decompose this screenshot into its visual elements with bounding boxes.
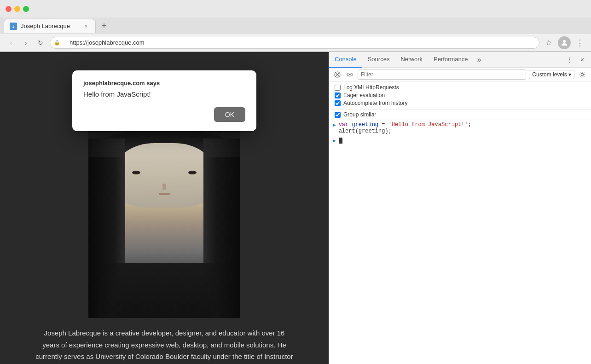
title-bar xyxy=(0,0,591,17)
devtools-more-tabs-button[interactable]: » xyxy=(474,52,485,68)
console-code-line2: alert(greeting); xyxy=(339,128,587,134)
console-eye-button[interactable] xyxy=(345,69,355,80)
devtools-actions: ⋮ × xyxy=(561,54,591,66)
group-similar-checkbox[interactable] xyxy=(335,112,341,118)
devtools-tab-performance[interactable]: Performance xyxy=(428,52,473,68)
console-expand-arrow[interactable]: ▶ xyxy=(333,122,336,128)
alert-ok-button[interactable]: OK xyxy=(214,107,245,122)
custom-levels-button[interactable]: Custom levels ▾ xyxy=(529,70,574,79)
console-settings: Log XMLHttpRequests Eager evaluation Aut… xyxy=(329,81,591,110)
log-xmlhttprequests-label: Log XMLHttpRequests xyxy=(343,84,399,91)
autocomplete-history-label: Autocomplete from history xyxy=(343,100,407,106)
traffic-lights xyxy=(6,6,29,12)
console-prompt-line[interactable]: ▶ xyxy=(329,136,591,145)
back-button[interactable]: ‹ xyxy=(6,37,17,48)
console-cursor xyxy=(339,138,342,144)
devtools-close-button[interactable]: × xyxy=(576,54,588,66)
svg-point-6 xyxy=(581,73,583,75)
main-content: Joseph R. Labre Creative Developer | Int… xyxy=(0,52,591,364)
maximize-window-button[interactable] xyxy=(23,6,29,12)
new-tab-button[interactable]: + xyxy=(98,19,110,32)
website-content: Joseph R. Labre Creative Developer | Int… xyxy=(0,52,329,364)
semicolon: ; xyxy=(468,121,471,128)
browser-tab[interactable]: J Joseph Labrecque × xyxy=(4,19,96,33)
string-value: 'Hello from JavaScript!' xyxy=(388,121,468,128)
alert-message: Hello from JavaScript! xyxy=(83,90,245,98)
address-bar: ‹ › ↻ 🔒 https://josephlabrecque.com ☆ ⋮ xyxy=(0,34,591,52)
console-toolbar: Custom levels ▾ xyxy=(329,68,591,81)
devtools-tab-sources[interactable]: Sources xyxy=(362,52,395,68)
devtools-toolbar: Console Sources Network Performance » ⋮ … xyxy=(329,52,591,68)
tab-favicon: J xyxy=(10,23,17,30)
minimize-window-button[interactable] xyxy=(14,6,20,12)
tab-close-button[interactable]: × xyxy=(82,23,90,30)
svg-point-0 xyxy=(563,40,566,43)
forward-button[interactable]: › xyxy=(20,37,31,48)
console-filter-input[interactable] xyxy=(358,69,526,80)
devtools-tab-network[interactable]: Network xyxy=(395,52,428,68)
bookmark-button[interactable]: ☆ xyxy=(543,37,554,48)
eager-evaluation-label: Eager evaluation xyxy=(343,92,385,98)
log-xmlhttprequests-checkbox[interactable] xyxy=(335,85,341,91)
group-similar-label: Group similar xyxy=(343,111,376,118)
browser-chrome: J Joseph Labrecque × + ‹ › ↻ 🔒 https://j… xyxy=(0,0,591,52)
console-line-1: ▶ var greeting = 'Hello from JavaScript!… xyxy=(329,120,591,136)
eager-evaluation-row: Eager evaluation xyxy=(335,92,585,98)
alert-dialog: josephlabrecque.com says Hello from Java… xyxy=(72,70,256,131)
alert-site-name: josephlabrecque.com says xyxy=(83,80,245,87)
varname-greeting: greeting xyxy=(352,121,378,128)
address-input[interactable]: 🔒 https://josephlabrecque.com xyxy=(50,37,539,49)
tab-title: Joseph Labrecque xyxy=(21,23,79,29)
console-code-line1: var greeting = 'Hello from JavaScript!'; xyxy=(339,121,587,128)
svg-point-5 xyxy=(349,74,351,75)
alert-overlay: josephlabrecque.com says Hello from Java… xyxy=(0,52,329,364)
tab-bar: J Joseph Labrecque × + xyxy=(0,17,591,34)
close-window-button[interactable] xyxy=(6,6,12,12)
devtools-dots-button[interactable]: ⋮ xyxy=(563,54,575,66)
console-code-block: var greeting = 'Hello from JavaScript!';… xyxy=(339,121,587,134)
browser-menu-button[interactable]: ⋮ xyxy=(574,37,585,48)
prompt-arrow: ▶ xyxy=(333,138,336,144)
user-avatar-button[interactable] xyxy=(558,36,571,49)
refresh-button[interactable]: ↻ xyxy=(35,37,46,48)
devtools-tab-console[interactable]: Console xyxy=(329,52,362,68)
eager-evaluation-checkbox[interactable] xyxy=(335,92,341,98)
log-xmlhttprequests-row: Log XMLHttpRequests xyxy=(335,84,585,91)
console-gear-icon[interactable] xyxy=(577,69,587,80)
autocomplete-history-row: Autocomplete from history xyxy=(335,100,585,106)
autocomplete-history-checkbox[interactable] xyxy=(335,100,341,106)
lock-icon: 🔒 xyxy=(54,40,60,46)
devtools-panel: Console Sources Network Performance » ⋮ … xyxy=(329,52,591,364)
devtools-tabs: Console Sources Network Performance » xyxy=(329,52,561,68)
keyword-var: var xyxy=(339,121,352,128)
address-text: https://josephlabrecque.com xyxy=(70,39,145,46)
console-clear-button[interactable] xyxy=(333,70,342,79)
operator-eq: = xyxy=(378,121,388,128)
alert-buttons: OK xyxy=(83,107,245,122)
address-wrapper: 🔒 https://josephlabrecque.com xyxy=(50,37,539,49)
group-similar-row: Group similar xyxy=(329,110,591,120)
console-output: ▶ var greeting = 'Hello from JavaScript!… xyxy=(329,120,591,364)
